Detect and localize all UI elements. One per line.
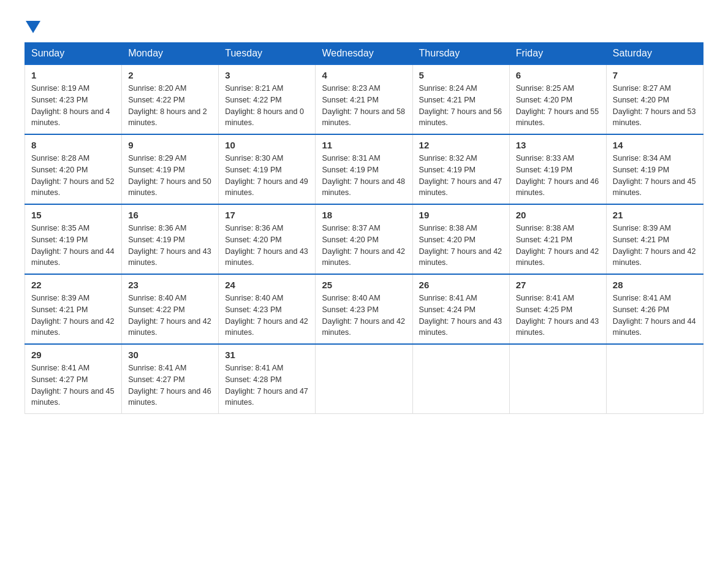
day-info: Sunrise: 8:20 AMSunset: 4:22 PMDaylight:… — [128, 84, 207, 127]
day-number: 28 — [613, 280, 697, 290]
day-number: 22 — [31, 280, 115, 290]
calendar-cell: 27 Sunrise: 8:41 AMSunset: 4:25 PMDaylig… — [509, 274, 606, 344]
column-header-tuesday: Tuesday — [219, 43, 316, 65]
day-info: Sunrise: 8:29 AMSunset: 4:19 PMDaylight:… — [128, 154, 211, 197]
day-info: Sunrise: 8:24 AMSunset: 4:21 PMDaylight:… — [419, 84, 502, 127]
calendar-cell: 4 Sunrise: 8:23 AMSunset: 4:21 PMDayligh… — [316, 64, 412, 134]
page-header — [25, 18, 703, 33]
day-info: Sunrise: 8:21 AMSunset: 4:22 PMDaylight:… — [225, 84, 304, 127]
calendar-cell: 30 Sunrise: 8:41 AMSunset: 4:27 PMDaylig… — [122, 344, 219, 414]
calendar-cell: 15 Sunrise: 8:35 AMSunset: 4:19 PMDaylig… — [25, 204, 122, 274]
day-info: Sunrise: 8:41 AMSunset: 4:27 PMDaylight:… — [31, 364, 115, 407]
day-number: 25 — [322, 280, 406, 290]
day-number: 23 — [128, 280, 212, 290]
day-info: Sunrise: 8:41 AMSunset: 4:25 PMDaylight:… — [516, 294, 599, 337]
calendar-cell: 28 Sunrise: 8:41 AMSunset: 4:26 PMDaylig… — [606, 274, 703, 344]
day-info: Sunrise: 8:28 AMSunset: 4:20 PMDaylight:… — [31, 154, 115, 197]
calendar-week-row: 8 Sunrise: 8:28 AMSunset: 4:20 PMDayligh… — [25, 134, 703, 204]
logo-arrow-icon — [26, 21, 40, 33]
calendar-cell: 20 Sunrise: 8:38 AMSunset: 4:21 PMDaylig… — [509, 204, 606, 274]
calendar-cell: 5 Sunrise: 8:24 AMSunset: 4:21 PMDayligh… — [412, 64, 509, 134]
day-info: Sunrise: 8:25 AMSunset: 4:20 PMDaylight:… — [516, 84, 599, 127]
day-info: Sunrise: 8:41 AMSunset: 4:27 PMDaylight:… — [128, 364, 211, 407]
day-info: Sunrise: 8:35 AMSunset: 4:19 PMDaylight:… — [31, 224, 115, 267]
day-info: Sunrise: 8:32 AMSunset: 4:19 PMDaylight:… — [419, 154, 502, 197]
day-info: Sunrise: 8:38 AMSunset: 4:20 PMDaylight:… — [419, 224, 502, 267]
day-number: 13 — [516, 140, 600, 150]
calendar-week-row: 1 Sunrise: 8:19 AMSunset: 4:23 PMDayligh… — [25, 64, 703, 134]
calendar-week-row: 29 Sunrise: 8:41 AMSunset: 4:27 PMDaylig… — [25, 344, 703, 414]
day-number: 26 — [419, 280, 503, 290]
calendar-cell: 22 Sunrise: 8:39 AMSunset: 4:21 PMDaylig… — [25, 274, 122, 344]
calendar-cell: 26 Sunrise: 8:41 AMSunset: 4:24 PMDaylig… — [412, 274, 509, 344]
day-info: Sunrise: 8:36 AMSunset: 4:20 PMDaylight:… — [225, 224, 308, 267]
day-number: 16 — [128, 210, 212, 220]
day-info: Sunrise: 8:27 AMSunset: 4:20 PMDaylight:… — [613, 84, 696, 127]
day-number: 12 — [419, 140, 503, 150]
calendar-cell: 17 Sunrise: 8:36 AMSunset: 4:20 PMDaylig… — [219, 204, 316, 274]
calendar-cell: 1 Sunrise: 8:19 AMSunset: 4:23 PMDayligh… — [25, 64, 122, 134]
day-number: 21 — [613, 210, 697, 220]
day-info: Sunrise: 8:36 AMSunset: 4:19 PMDaylight:… — [128, 224, 211, 267]
column-header-saturday: Saturday — [606, 43, 703, 65]
calendar-cell: 24 Sunrise: 8:40 AMSunset: 4:23 PMDaylig… — [219, 274, 316, 344]
day-number: 7 — [613, 70, 697, 80]
logo — [25, 18, 40, 33]
column-header-sunday: Sunday — [25, 43, 122, 65]
day-number: 8 — [31, 140, 115, 150]
calendar-cell: 18 Sunrise: 8:37 AMSunset: 4:20 PMDaylig… — [316, 204, 412, 274]
day-number: 6 — [516, 70, 600, 80]
calendar-cell: 23 Sunrise: 8:40 AMSunset: 4:22 PMDaylig… — [122, 274, 219, 344]
day-number: 15 — [31, 210, 115, 220]
column-header-friday: Friday — [509, 43, 606, 65]
calendar-week-row: 22 Sunrise: 8:39 AMSunset: 4:21 PMDaylig… — [25, 274, 703, 344]
day-number: 19 — [419, 210, 503, 220]
day-number: 10 — [225, 140, 309, 150]
calendar-cell: 16 Sunrise: 8:36 AMSunset: 4:19 PMDaylig… — [122, 204, 219, 274]
day-info: Sunrise: 8:30 AMSunset: 4:19 PMDaylight:… — [225, 154, 308, 197]
calendar-cell — [316, 344, 412, 414]
day-number: 9 — [128, 140, 212, 150]
calendar-cell — [412, 344, 509, 414]
calendar-cell: 2 Sunrise: 8:20 AMSunset: 4:22 PMDayligh… — [122, 64, 219, 134]
day-info: Sunrise: 8:40 AMSunset: 4:23 PMDaylight:… — [322, 294, 405, 337]
day-info: Sunrise: 8:33 AMSunset: 4:19 PMDaylight:… — [516, 154, 599, 197]
day-number: 27 — [516, 280, 600, 290]
day-info: Sunrise: 8:39 AMSunset: 4:21 PMDaylight:… — [613, 224, 696, 267]
day-info: Sunrise: 8:41 AMSunset: 4:26 PMDaylight:… — [613, 294, 696, 337]
day-number: 20 — [516, 210, 600, 220]
calendar-cell: 25 Sunrise: 8:40 AMSunset: 4:23 PMDaylig… — [316, 274, 412, 344]
day-info: Sunrise: 8:23 AMSunset: 4:21 PMDaylight:… — [322, 84, 405, 127]
day-info: Sunrise: 8:38 AMSunset: 4:21 PMDaylight:… — [516, 224, 599, 267]
day-info: Sunrise: 8:41 AMSunset: 4:28 PMDaylight:… — [225, 364, 308, 407]
calendar-cell: 13 Sunrise: 8:33 AMSunset: 4:19 PMDaylig… — [509, 134, 606, 204]
column-header-wednesday: Wednesday — [316, 43, 412, 65]
day-number: 31 — [225, 350, 309, 360]
day-number: 11 — [322, 140, 406, 150]
calendar-table: SundayMondayTuesdayWednesdayThursdayFrid… — [25, 42, 703, 414]
calendar-cell — [509, 344, 606, 414]
calendar-cell: 8 Sunrise: 8:28 AMSunset: 4:20 PMDayligh… — [25, 134, 122, 204]
day-info: Sunrise: 8:34 AMSunset: 4:19 PMDaylight:… — [613, 154, 696, 197]
calendar-cell: 6 Sunrise: 8:25 AMSunset: 4:20 PMDayligh… — [509, 64, 606, 134]
day-info: Sunrise: 8:19 AMSunset: 4:23 PMDaylight:… — [31, 84, 110, 127]
day-number: 30 — [128, 350, 212, 360]
calendar-cell: 21 Sunrise: 8:39 AMSunset: 4:21 PMDaylig… — [606, 204, 703, 274]
calendar-cell — [606, 344, 703, 414]
calendar-cell: 11 Sunrise: 8:31 AMSunset: 4:19 PMDaylig… — [316, 134, 412, 204]
day-info: Sunrise: 8:40 AMSunset: 4:22 PMDaylight:… — [128, 294, 211, 337]
calendar-cell: 9 Sunrise: 8:29 AMSunset: 4:19 PMDayligh… — [122, 134, 219, 204]
calendar-cell: 3 Sunrise: 8:21 AMSunset: 4:22 PMDayligh… — [219, 64, 316, 134]
day-number: 24 — [225, 280, 309, 290]
calendar-cell: 29 Sunrise: 8:41 AMSunset: 4:27 PMDaylig… — [25, 344, 122, 414]
calendar-header-row: SundayMondayTuesdayWednesdayThursdayFrid… — [25, 43, 703, 65]
logo-general — [25, 18, 40, 33]
day-number: 3 — [225, 70, 309, 80]
day-number: 1 — [31, 70, 115, 80]
day-number: 5 — [419, 70, 503, 80]
column-header-monday: Monday — [122, 43, 219, 65]
day-number: 2 — [128, 70, 212, 80]
day-number: 29 — [31, 350, 115, 360]
day-info: Sunrise: 8:40 AMSunset: 4:23 PMDaylight:… — [225, 294, 308, 337]
calendar-cell: 14 Sunrise: 8:34 AMSunset: 4:19 PMDaylig… — [606, 134, 703, 204]
